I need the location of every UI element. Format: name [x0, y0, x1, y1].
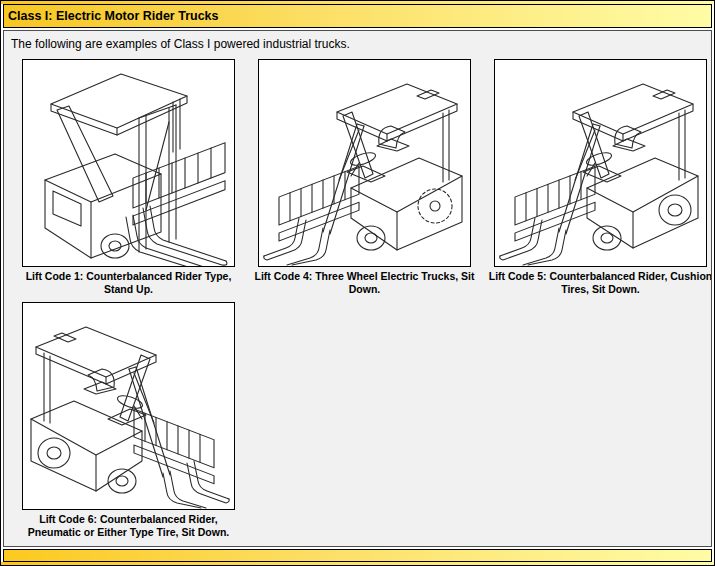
forklift-cushion-image — [494, 59, 707, 267]
forklift-pneumatic-icon — [23, 303, 234, 509]
caption-line-2: Down. — [245, 283, 484, 296]
caption-line-2: Stand Up. — [9, 283, 248, 296]
figure-lift-code-6: Lift Code 6: Counterbalanced Rider, Pneu… — [22, 302, 235, 539]
figure-caption: Lift Code 5: Counterbalanced Rider, Cush… — [481, 270, 712, 296]
content-panel: The following are examples of Class I po… — [3, 30, 712, 547]
caption-line-1: Lift Code 4: Three Wheel Electric Trucks… — [245, 270, 484, 283]
figure-grid: Lift Code 1: Counterbalanced Rider Type,… — [4, 59, 711, 539]
forklift-three-wheel-image — [258, 59, 471, 267]
forklift-standup-image — [22, 59, 235, 267]
figure-lift-code-5: Lift Code 5: Counterbalanced Rider, Cush… — [494, 59, 707, 296]
figure-lift-code-4: Lift Code 4: Three Wheel Electric Trucks… — [258, 59, 471, 296]
figure-lift-code-1: Lift Code 1: Counterbalanced Rider Type,… — [22, 59, 235, 296]
figure-caption: Lift Code 1: Counterbalanced Rider Type,… — [9, 270, 248, 296]
caption-line-1: Lift Code 1: Counterbalanced Rider Type, — [9, 270, 248, 283]
bottom-yellow-band — [1, 562, 714, 565]
figure-caption: Lift Code 6: Counterbalanced Rider, Pneu… — [9, 513, 248, 539]
caption-line-2: Pneumatic or Either Type Tire, Sit Down. — [9, 526, 248, 539]
panel-footerbar — [3, 549, 712, 562]
forklift-pneumatic-image — [22, 302, 235, 510]
panel-titlebar: Class I: Electric Motor Rider Trucks — [3, 4, 712, 28]
caption-line-1: Lift Code 5: Counterbalanced Rider, Cush… — [481, 270, 712, 283]
caption-line-2: Tires, Sit Down. — [481, 283, 712, 296]
forklift-cushion-icon — [495, 60, 706, 266]
intro-text: The following are examples of Class I po… — [4, 31, 711, 59]
forklift-standup-icon — [23, 60, 234, 266]
figure-caption: Lift Code 4: Three Wheel Electric Trucks… — [245, 270, 484, 296]
class1-trucks-panel: Class I: Electric Motor Rider Trucks The… — [0, 0, 715, 566]
panel-title: Class I: Electric Motor Rider Trucks — [8, 9, 219, 23]
caption-line-1: Lift Code 6: Counterbalanced Rider, — [9, 513, 248, 526]
forklift-three-wheel-icon — [259, 60, 470, 266]
